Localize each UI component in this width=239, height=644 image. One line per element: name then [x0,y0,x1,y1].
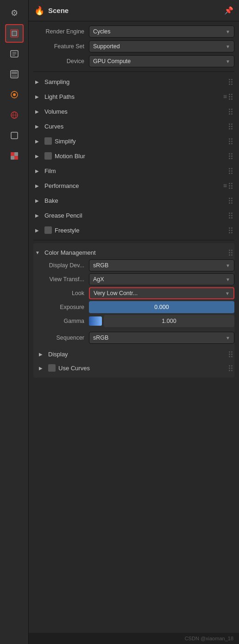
bake-drag [229,198,233,204]
motion-blur-label: Motion Blur [55,153,229,160]
freestyle-label: Freestyle [55,227,229,234]
film-drag [229,168,233,174]
divider-2 [33,240,234,240]
gamma-color-swatch[interactable] [89,316,102,326]
scene-icon: 🔥 [34,6,44,16]
section-display[interactable]: ▶ Display [33,347,234,361]
grease-pencil-drag [229,213,233,219]
section-performance[interactable]: ▶ Performance ≡ [33,179,234,193]
section-motion-blur[interactable]: ▶ Motion Blur [33,149,234,163]
look-arrow: ▼ [225,291,230,296]
grease-pencil-label: Grease Pencil [44,212,229,219]
svg-rect-19 [11,156,14,160]
film-label: Film [44,167,229,174]
sidebar-icon-object[interactable] [5,126,24,145]
freestyle-chevron: ▶ [35,228,43,233]
section-simplify[interactable]: ▶ Simplify [33,134,234,148]
section-use-curves[interactable]: ▶ Use Curves [33,361,234,375]
sidebar-icon-texture[interactable] [5,147,24,165]
sequencer-arrow: ▼ [226,335,230,341]
curves-drag [229,123,233,129]
curves-chevron: ▶ [35,124,43,129]
display-device-row: Display Dev... sRGB ▼ [33,259,234,272]
light-paths-chevron: ▶ [35,94,43,99]
divider-1 [33,71,234,72]
panel-header: 🔥 Scene 📌 [29,0,239,21]
gamma-input[interactable]: 1.000 [104,315,234,327]
svg-rect-14 [11,132,18,139]
view-transform-dropdown[interactable]: AgX ▼ [89,273,234,285]
gamma-row: Gamma 1.000 [33,315,234,328]
device-dropdown[interactable]: GPU Compute ▼ [89,55,234,67]
sidebar-icon-scene[interactable] [5,85,24,104]
sampling-label: Sampling [44,78,229,85]
look-row: Look Very Low Contr... ▼ [33,287,234,300]
view-transform-arrow: ▼ [226,277,230,282]
display-chevron: ▶ [39,352,46,357]
bake-label: Bake [44,197,229,204]
light-paths-drag [229,94,233,100]
motion-blur-toggle[interactable] [44,152,52,160]
render-engine-dropdown[interactable]: Cycles ▼ [89,26,234,38]
use-curves-toggle[interactable] [48,364,56,372]
display-device-dropdown[interactable]: sRGB ▼ [89,259,234,271]
look-dropdown[interactable]: Very Low Contr... ▼ [89,287,234,299]
volumes-drag [229,109,233,115]
watermark: CSDN @xiaoman_18 [29,633,239,644]
section-sampling[interactable]: ▶ Sampling [33,75,234,89]
sampling-chevron: ▶ [35,79,43,84]
volumes-label: Volumes [44,108,229,115]
feature-set-arrow: ▼ [226,44,230,49]
sidebar-icon-output[interactable] [5,45,24,63]
motion-blur-drag [229,153,233,159]
section-light-paths[interactable]: ▶ Light Paths ≡ [33,90,234,103]
section-freestyle[interactable]: ▶ Freestyle [33,223,234,237]
exposure-input[interactable]: 0.000 [89,301,234,313]
svg-rect-5 [12,71,17,74]
display-device-arrow: ▼ [226,263,230,268]
svg-rect-2 [13,32,16,35]
color-management-chevron: ▼ [35,250,43,255]
gamma-label: Gamma [33,318,89,324]
simplify-chevron: ▶ [35,139,43,144]
feature-set-dropdown[interactable]: Supported ▼ [89,40,234,52]
simplify-label: Simplify [55,138,229,145]
bake-chevron: ▶ [35,198,43,203]
section-volumes[interactable]: ▶ Volumes [33,104,234,118]
color-management-drag [229,250,233,256]
section-film[interactable]: ▶ Film [33,164,234,178]
section-grease-pencil[interactable]: ▶ Grease Pencil [33,208,234,222]
grease-pencil-chevron: ▶ [35,213,43,218]
light-paths-label: Light Paths [44,93,223,100]
sidebar-icon-render[interactable] [5,24,24,43]
display-label: Display [48,351,229,358]
section-bake[interactable]: ▶ Bake [33,193,234,207]
freestyle-drag [229,227,233,233]
sidebar-icon-tools[interactable]: ⚙ [5,4,24,22]
film-chevron: ▶ [35,168,43,174]
pin-icon[interactable]: 📌 [224,6,233,15]
performance-drag [229,183,233,189]
view-transform-row: View Transf... AgX ▼ [33,273,234,286]
sidebar-icon-world[interactable] [5,106,24,124]
use-curves-drag [229,365,233,371]
sidebar-icon-view-layer[interactable] [5,65,24,84]
main-panel: 🔥 Scene 📌 Render Engine Cycles ▼ Feature… [29,0,239,644]
simplify-toggle[interactable] [44,137,52,145]
section-curves[interactable]: ▶ Curves [33,119,234,133]
sequencer-row: Sequencer sRGB ▼ [33,331,234,344]
svg-point-8 [13,93,16,96]
display-drag [229,351,233,357]
exposure-label: Exposure [33,304,89,310]
svg-rect-6 [12,75,17,77]
sidebar: ⚙ [0,0,29,644]
exposure-row: Exposure 0.000 [33,301,234,314]
motion-blur-chevron: ▶ [35,154,43,159]
use-curves-chevron: ▶ [39,366,46,371]
color-management-section: ▼ Color Management Display Dev... sRGB ▼… [33,243,234,378]
performance-chevron: ▶ [35,183,43,188]
freestyle-toggle[interactable] [44,226,52,234]
curves-label: Curves [44,123,229,130]
color-management-header[interactable]: ▼ Color Management [33,246,234,259]
sequencer-dropdown[interactable]: sRGB ▼ [89,332,234,344]
